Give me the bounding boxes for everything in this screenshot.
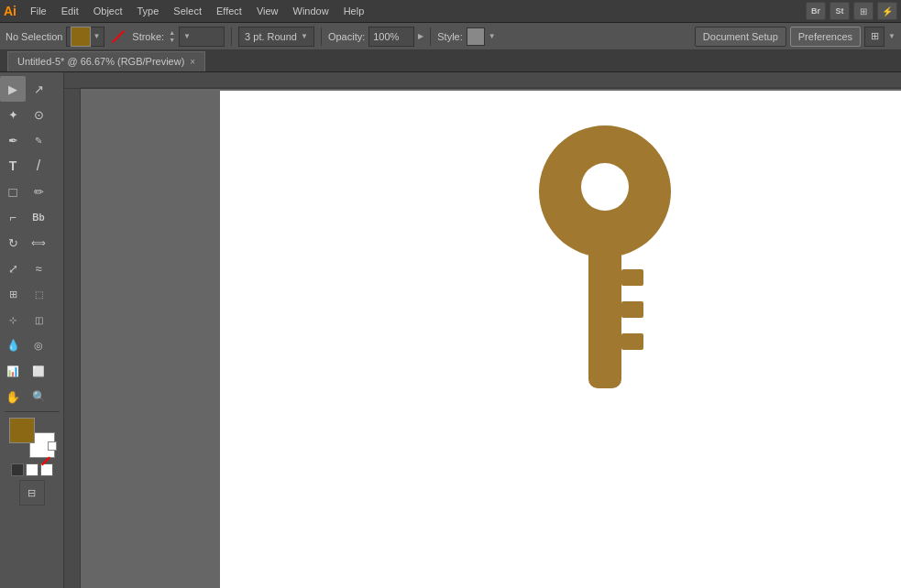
fill-color-swatch[interactable]	[71, 27, 91, 47]
foreground-color-swatch[interactable]	[9, 418, 35, 443]
stroke-profile-arrow: ▼	[183, 32, 191, 40]
menu-type[interactable]: Type	[131, 4, 166, 18]
menu-view[interactable]: View	[250, 4, 285, 18]
tool-row-10: ⊹ ◫	[0, 307, 63, 332]
add-anchor-tool[interactable]: ✎	[26, 127, 51, 153]
tool-separator-1	[5, 411, 60, 412]
menu-effect[interactable]: Effect	[210, 4, 248, 18]
selection-tool[interactable]: ▶	[0, 76, 26, 102]
artboard-tool[interactable]: ⬜	[26, 358, 51, 384]
svg-point-3	[581, 163, 629, 211]
arrange-icon[interactable]: ⊞	[864, 27, 885, 47]
svg-rect-5	[621, 269, 643, 286]
magic-wand-tool[interactable]: ✦	[0, 102, 26, 127]
toolbar-separator-1	[231, 27, 232, 46]
tool-row-4: T /	[0, 153, 63, 179]
menu-select[interactable]: Select	[167, 4, 208, 18]
canvas-area[interactable]: // Drawn inline via the SVG below	[64, 72, 901, 588]
chart-tool[interactable]: 📊	[0, 358, 26, 384]
warp-tool[interactable]: ≈	[26, 256, 51, 281]
style-swatch[interactable]	[467, 27, 485, 46]
opacity-input[interactable]	[368, 27, 414, 47]
mesh-tool[interactable]: ⊹	[0, 307, 26, 332]
stroke-width-value: 3 pt. Round	[245, 31, 297, 42]
svg-rect-7	[621, 333, 643, 350]
pen-tool[interactable]: ✒	[0, 127, 26, 153]
tool-row-6: ⌐ Bb	[0, 204, 63, 230]
reflect-tool[interactable]: ⟺	[26, 230, 51, 256]
ruler-top-marks: // Drawn inline via the SVG below	[81, 72, 901, 89]
rect-tool[interactable]: □	[0, 179, 26, 204]
blend-tool[interactable]: ◎	[26, 332, 51, 358]
menu-window[interactable]: Window	[287, 4, 335, 18]
type-tool[interactable]: T	[0, 153, 26, 179]
line-tool[interactable]: /	[26, 153, 51, 179]
stroke-width-selector[interactable]: 3 pt. Round ▼	[238, 27, 314, 47]
arrange-arrow[interactable]: ▼	[888, 32, 896, 40]
stock-icon[interactable]: St	[830, 2, 850, 20]
menu-file[interactable]: File	[24, 4, 53, 18]
swap-colors-icon[interactable]	[48, 441, 57, 451]
grid-icon[interactable]: ⊞	[853, 2, 874, 20]
tab-close-button[interactable]: ×	[190, 57, 195, 67]
selection-label: No Selection	[5, 31, 62, 42]
layers-icon[interactable]: ⊟	[19, 480, 45, 506]
artboard	[220, 91, 901, 588]
rotate-tool[interactable]: ↻	[0, 230, 26, 256]
tool-row-13: ✋ 🔍	[0, 384, 63, 409]
tool-row-8: ⤢ ≈	[0, 256, 63, 281]
stroke-width-arrow: ▼	[301, 32, 308, 40]
free-transform-tool[interactable]: ⊞	[0, 281, 26, 307]
main-area: ▶ ↗ ✦ ⊙ ✒ ✎ T / □ ✏ ⌐ Bb ↻ ⟺	[0, 72, 901, 588]
tool-row-5: □ ✏	[0, 179, 63, 204]
brush-tool[interactable]: ⌐	[0, 204, 26, 230]
svg-rect-0	[81, 72, 901, 89]
key-svg	[532, 118, 678, 411]
key-illustration	[532, 118, 678, 413]
app-logo: Ai	[4, 4, 16, 18]
menu-object[interactable]: Object	[87, 4, 129, 18]
blob-brush-tool[interactable]: Bb	[26, 204, 51, 230]
color-swatch-area	[7, 418, 57, 458]
preferences-button[interactable]: Preferences	[790, 27, 861, 47]
eyedropper-tool[interactable]: 💧	[0, 332, 26, 358]
zoom-tool[interactable]: 🔍	[26, 384, 51, 409]
none-swatch[interactable]	[11, 463, 24, 476]
tool-row-9: ⊞ ⬚	[0, 281, 63, 307]
pencil-tool[interactable]: ✏	[26, 179, 51, 204]
style-arrow[interactable]: ▼	[489, 32, 496, 40]
white-swatch[interactable]	[26, 463, 38, 476]
stroke-label: Stroke:	[132, 31, 164, 42]
fill-color-picker[interactable]: ▼	[66, 27, 104, 47]
stroke-profile-dropdown[interactable]: ▼	[179, 27, 225, 47]
toolbar-separator-3	[430, 27, 431, 46]
lightning-icon[interactable]: ⚡	[877, 2, 897, 20]
tool-row-1: ▶ ↗	[0, 76, 63, 102]
document-setup-button[interactable]: Document Setup	[695, 27, 786, 47]
lasso-tool[interactable]: ⊙	[26, 102, 51, 127]
menu-right-icons: Br St ⊞ ⚡	[806, 2, 897, 20]
tab-bar: Untitled-5* @ 66.67% (RGB/Preview) ×	[0, 50, 901, 72]
gradient-tool[interactable]: ◫	[26, 307, 51, 332]
fill-dropdown-arrow: ▼	[93, 32, 100, 40]
document-tab[interactable]: Untitled-5* @ 66.67% (RGB/Preview) ×	[7, 51, 205, 71]
perspective-tool[interactable]: ⬚	[26, 281, 51, 307]
style-label: Style:	[437, 31, 463, 42]
direct-select-tool[interactable]: ↗	[26, 76, 51, 102]
menu-bar: Ai File Edit Object Type Select Effect V…	[0, 0, 901, 23]
opacity-label: Opacity:	[328, 31, 365, 42]
menu-help[interactable]: Help	[337, 4, 371, 18]
toolbar: No Selection ▼ Stroke: ▲▼ ▼ 3 pt. Round …	[0, 23, 901, 50]
tool-row-2: ✦ ⊙	[0, 102, 63, 127]
gradient-swatch[interactable]	[40, 463, 53, 476]
stroke-color-indicator[interactable]	[108, 27, 128, 47]
menu-edit[interactable]: Edit	[55, 4, 85, 18]
hand-tool[interactable]: ✋	[0, 384, 26, 409]
toolbar-separator-2	[321, 27, 322, 46]
opacity-arrow[interactable]: ▶	[418, 32, 423, 40]
tool-row-11: 💧 ◎	[0, 332, 63, 358]
scale-tool[interactable]: ⤢	[0, 256, 26, 281]
stroke-width-stepper[interactable]: ▲▼	[169, 29, 175, 44]
bridge-icon[interactable]: Br	[806, 2, 826, 20]
svg-rect-8	[588, 237, 621, 256]
